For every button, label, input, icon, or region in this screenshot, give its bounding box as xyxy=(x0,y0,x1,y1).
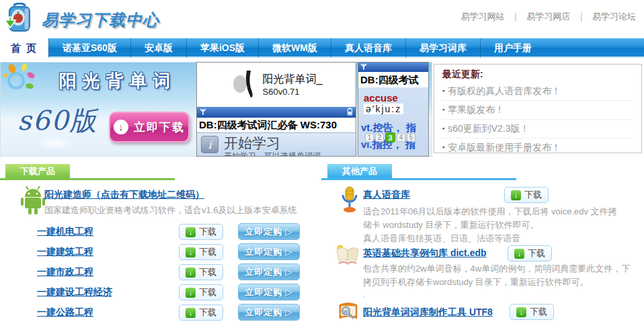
download-button[interactable]: ↓下载 xyxy=(179,224,223,240)
bullet-icon: ▪ xyxy=(442,106,444,113)
android-icon xyxy=(20,186,46,218)
header-link-website[interactable]: 易学习网站 xyxy=(461,11,505,23)
header-links: 易学习网站 ｜ 易学习网店 ｜ 易学习论坛 xyxy=(461,11,636,23)
nav-tab-home[interactable]: 首 页 xyxy=(0,38,48,58)
item-link[interactable]: 一建公路工程 xyxy=(37,307,93,319)
nav-tab-wm[interactable]: 微软WM版 xyxy=(258,38,331,58)
nav-tab-android[interactable]: 安卓版 xyxy=(130,38,186,58)
banner-download-button[interactable]: ↓ 立即下载 xyxy=(109,112,190,143)
other-desc-line: 真人语音库包括英语、日语、法语等语音 xyxy=(363,233,520,245)
microphone-icon xyxy=(339,186,360,216)
download-button[interactable]: ↓下载 xyxy=(508,245,552,261)
page-dot-5[interactable]: 5 xyxy=(407,133,415,142)
phone-screenshot-menu: 阳光背单词_ S60v0.71 DB:四级考试词汇必备 WS:730 i 开始学… xyxy=(196,62,356,157)
status-bar xyxy=(197,107,356,118)
page-dot-1[interactable]: 1 xyxy=(365,133,374,142)
tab-other-products[interactable]: 其他产品 xyxy=(327,164,392,179)
download-arrow-icon: ↓ xyxy=(516,307,526,317)
site-logo[interactable]: 易学习下载中心 xyxy=(4,3,159,38)
item-link[interactable]: 一建市政工程 xyxy=(37,266,93,278)
product-description: 国家建造师职业资格考试练习软件，适合v1.6及以上版本安卓系统 xyxy=(44,204,297,216)
sparkle-icon xyxy=(1,63,38,99)
blue-rule xyxy=(321,178,516,180)
banner-edition: s60版 xyxy=(17,102,97,139)
other-link-voice[interactable]: 真人语音库 xyxy=(363,189,410,201)
app-splash: 阳光背单词_ S60v0.71 xyxy=(197,63,356,107)
tab-download-products[interactable]: 下载产品 xyxy=(5,164,70,179)
nav-tab-voice[interactable]: 真人语音库 xyxy=(331,38,405,58)
info-icon: i xyxy=(201,136,218,153)
carousel-pagination: 1 2 3 4 5 xyxy=(365,132,415,143)
order-arrow-icon: ▷ xyxy=(286,247,293,257)
order-now-button[interactable]: 立即定购▷ xyxy=(238,304,300,321)
item-link[interactable]: 一建机电工程 xyxy=(37,226,93,238)
nav-tabs: 诺基亚S60版 安卓版 苹果iOS版 微软WM版 真人语音库 易学习词库 用户手… xyxy=(48,38,545,58)
download-arrow-icon: ↓ xyxy=(511,190,521,200)
nav-tab-dict[interactable]: 易学习词库 xyxy=(405,38,480,58)
dictionary-status-line: DB:四级考试 xyxy=(358,72,428,87)
download-arrow-icon: ↓ xyxy=(186,288,196,298)
update-item[interactable]: ▪s60更新到V2.3版！ xyxy=(442,120,633,138)
product-link-builder[interactable]: 阳光建造师（点击有下载地址二维码） xyxy=(44,189,204,201)
recent-updates-box: 最近更新: ▪有版权的真人语音库发布！ ▪苹果版发布！ ▪s60更新到V2.3版… xyxy=(434,64,642,153)
page: 易学习下载中心 易学习网站 ｜ 易学习网店 ｜ 易学习论坛 首 页 诺基亚S60… xyxy=(0,0,644,322)
other-desc-line: . xyxy=(363,290,366,300)
other-desc-line: 拷贝到手机存储卡wordstudy 目录下，重新运行软件即可。 xyxy=(363,276,589,288)
status-bar xyxy=(358,63,428,72)
order-now-button[interactable]: 立即定购▷ xyxy=(238,264,300,280)
dictionary-status-line: DB:四级考试词汇必备 WS:730 xyxy=(197,118,356,132)
green-rule xyxy=(0,178,175,180)
download-row: 一建公路工程 ↓下载 立即定购▷ xyxy=(0,303,321,322)
download-button[interactable]: ↓下载 xyxy=(179,244,223,260)
update-item[interactable]: ▪有版权的真人语音库发布！ xyxy=(442,82,633,101)
download-arrow-icon: ↓ xyxy=(186,308,196,318)
other-desc-line: 适合2011年06月以后版本的软件使用，下载后将 voice.edv 文件拷 xyxy=(363,206,617,218)
download-button[interactable]: ↓下载 xyxy=(179,284,223,300)
page-dot-3-active[interactable]: 3 xyxy=(385,132,395,143)
update-item[interactable]: ▪苹果版发布！ xyxy=(442,101,633,120)
download-row: 一建建设工程经济 ↓下载 立即定购▷ xyxy=(0,282,321,303)
download-arrow-icon: ↓ xyxy=(186,247,196,257)
order-arrow-icon: ▷ xyxy=(286,307,293,317)
other-desc-line: 包含共享的约2w单词音标，4w单词的例句，简明词典需要此文件，下 xyxy=(363,263,630,275)
other-link-tool[interactable]: 阳光背单词词库制作工具 UTF8 xyxy=(363,307,493,319)
download-button[interactable]: ↓下载 xyxy=(504,187,549,203)
toolbook-icon: w xyxy=(336,301,360,322)
download-arrow-icon: ↓ xyxy=(186,268,196,278)
menu-item-title: 开始学习 xyxy=(224,136,321,151)
word-entry: accuse xyxy=(364,92,398,104)
link-separator: ｜ xyxy=(512,11,520,23)
nav-tab-s60[interactable]: 诺基亚S60版 xyxy=(48,38,130,58)
other-link-dict[interactable]: 英语基础共享例句库 dict.edb xyxy=(363,247,487,259)
download-button[interactable]: ↓下载 xyxy=(510,304,554,320)
site-title: 易学习下载中心 xyxy=(42,9,159,31)
download-button[interactable]: ↓下载 xyxy=(179,264,223,280)
order-now-button[interactable]: 立即定购▷ xyxy=(238,284,300,300)
download-button[interactable]: ↓下载 xyxy=(179,305,223,321)
page-dot-4[interactable]: 4 xyxy=(397,133,405,142)
update-item[interactable]: ▪安卓版最新使用手册发布！ xyxy=(442,138,633,157)
download-row: 一建建筑工程 ↓下载 立即定购▷ xyxy=(0,242,321,262)
download-circle-icon: ↓ xyxy=(114,120,128,134)
app-name: 阳光背单词_ xyxy=(263,73,323,87)
header-link-shop[interactable]: 易学习网店 xyxy=(526,11,570,23)
nav-tab-ios[interactable]: 苹果iOS版 xyxy=(186,38,258,58)
nav-tab-manual[interactable]: 用户手册 xyxy=(480,38,545,58)
banner-title: 阳光背单词 xyxy=(40,69,195,93)
menu-item-subtitle: 开始学习，可以选择单词词 xyxy=(224,151,321,157)
header-link-forum[interactable]: 易学习论坛 xyxy=(592,11,636,23)
order-arrow-icon: ▷ xyxy=(286,287,293,297)
app-logo-icon xyxy=(231,67,257,103)
download-row: 一建市政工程 ↓下载 立即定购▷ xyxy=(0,262,321,282)
order-now-button[interactable]: 立即定购▷ xyxy=(238,243,300,260)
main-nav: 首 页 诺基亚S60版 安卓版 苹果iOS版 微软WM版 真人语音库 易学习词库… xyxy=(0,38,644,58)
order-now-button[interactable]: 立即定购▷ xyxy=(238,223,300,240)
download-row: 一建机电工程 ↓下载 立即定购▷ xyxy=(0,222,321,242)
page-dot-2[interactable]: 2 xyxy=(375,133,384,142)
signal-icon xyxy=(200,106,206,118)
order-arrow-icon: ▷ xyxy=(286,267,293,277)
other-desc-line: 储卡 wordstudy 目录下，重新运行软件即可。 xyxy=(363,219,538,231)
menu-selected-row: i 开始学习 开始学习，可以选择单词词 xyxy=(197,132,356,157)
item-link[interactable]: 一建建设工程经济 xyxy=(37,286,112,298)
item-link[interactable]: 一建建筑工程 xyxy=(37,246,93,258)
